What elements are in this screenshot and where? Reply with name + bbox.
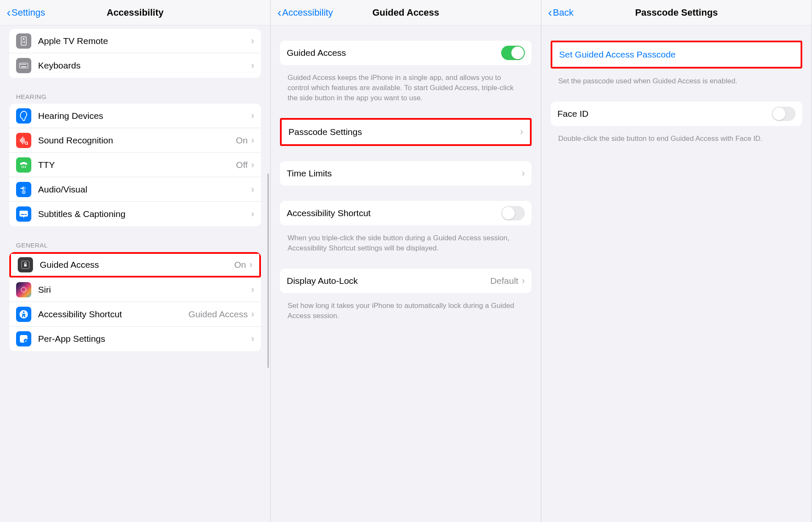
row-label: Siri: [38, 285, 251, 295]
group-general: Guided Access On › Siri › Accessibility …: [9, 252, 261, 351]
row-guided-access[interactable]: Guided Access On ›: [9, 252, 261, 277]
chevron-left-icon: ‹: [277, 7, 281, 19]
svg-rect-20: [23, 166, 24, 167]
row-label: Hearing Devices: [38, 111, 251, 121]
row-subtitles-captioning[interactable]: Subtitles & Captioning ›: [9, 202, 261, 226]
subtitles-icon: [16, 206, 31, 222]
chevron-right-icon: ›: [250, 259, 252, 270]
chevron-right-icon: ›: [522, 168, 525, 179]
row-label: TTY: [38, 160, 236, 170]
svg-rect-24: [25, 167, 26, 168]
row-keyboards[interactable]: Keyboards ›: [9, 53, 261, 78]
chevron-right-icon: ›: [522, 275, 525, 286]
chevron-right-icon: ›: [251, 309, 254, 320]
row-set-guided-access-passcode[interactable]: Set Guided Access Passcode: [552, 42, 801, 67]
row-siri[interactable]: Siri ›: [9, 277, 261, 302]
group-faceid: Face ID: [551, 102, 802, 126]
chevron-right-icon: ›: [251, 284, 254, 295]
row-accessibility-shortcut[interactable]: Accessibility Shortcut Guided Access ›: [9, 302, 261, 327]
section-header-general: GENERAL: [9, 230, 261, 252]
row-label: Per-App Settings: [38, 334, 251, 344]
back-button-accessibility[interactable]: ‹ Accessibility: [277, 7, 333, 19]
page-title: Accessibility: [107, 7, 164, 18]
row-audio-visual[interactable]: Audio/Visual ›: [9, 177, 261, 202]
toggle-knob: [502, 207, 515, 220]
row-hearing-devices[interactable]: Hearing Devices ›: [9, 104, 261, 128]
svg-rect-13: [20, 139, 21, 142]
content: Set Guided Access Passcode Set the passc…: [541, 41, 812, 144]
row-label: Display Auto-Lock: [287, 276, 490, 286]
row-accessibility-shortcut-toggle[interactable]: Accessibility Shortcut: [280, 201, 532, 225]
row-value: Guided Access: [189, 309, 248, 319]
svg-rect-11: [25, 64, 26, 65]
scrollbar[interactable]: [267, 30, 270, 368]
row-apple-tv-remote[interactable]: Apple TV Remote ›: [9, 29, 261, 53]
svg-rect-10: [24, 64, 25, 65]
svg-rect-6: [19, 63, 28, 68]
group-accessibility-shortcut: Accessibility Shortcut: [280, 201, 532, 225]
row-tty[interactable]: TTY Off ›: [9, 153, 261, 177]
per-app-settings-icon: [16, 331, 31, 346]
group-display-autolock: Display Auto-Lock Default ›: [280, 269, 532, 293]
scrollbar-thumb[interactable]: [267, 173, 269, 368]
back-button-settings[interactable]: ‹ Settings: [7, 7, 45, 19]
accessibility-panel: ‹ Settings Accessibility Apple TV Remote…: [0, 0, 271, 522]
chevron-right-icon: ›: [251, 110, 254, 121]
content: Guided Access Guided Access keeps the iP…: [271, 41, 541, 321]
row-label: Audio/Visual: [38, 184, 251, 195]
row-label: Guided Access: [287, 48, 501, 58]
guided-access-panel: ‹ Accessibility Guided Access Guided Acc…: [271, 0, 541, 522]
row-faceid-toggle[interactable]: Face ID: [551, 102, 802, 126]
chevron-right-icon: ›: [251, 36, 254, 47]
footer-guided-access: Guided Access keeps the iPhone in a sing…: [280, 69, 532, 103]
group-hearing: Hearing Devices › Sound Recognition On ›…: [9, 104, 261, 226]
back-label: Back: [553, 7, 573, 18]
row-label: Time Limits: [287, 168, 522, 179]
toggle-knob: [773, 107, 785, 120]
back-button[interactable]: ‹ Back: [548, 7, 573, 19]
row-sound-recognition[interactable]: Sound Recognition On ›: [9, 128, 261, 153]
svg-rect-22: [22, 167, 22, 168]
row-label: Face ID: [557, 109, 772, 119]
toggle-faceid[interactable]: [772, 107, 796, 121]
chevron-right-icon: ›: [520, 126, 523, 137]
chevron-right-icon: ›: [251, 159, 254, 170]
accessibility-shortcut-icon: [16, 307, 31, 322]
svg-point-1: [23, 38, 25, 40]
svg-rect-9: [23, 64, 24, 65]
guided-access-icon: [18, 257, 33, 272]
svg-rect-3: [24, 41, 25, 42]
chevron-right-icon: ›: [251, 60, 254, 71]
siri-icon: [16, 282, 31, 297]
row-display-autolock[interactable]: Display Auto-Lock Default ›: [280, 269, 532, 293]
row-guided-access-toggle[interactable]: Guided Access: [280, 41, 532, 65]
footer-display-autolock: Set how long it takes your iPhone to aut…: [280, 297, 532, 321]
row-label: Subtitles & Captioning: [38, 209, 251, 219]
row-label: Sound Recognition: [38, 135, 236, 146]
ear-icon: [16, 108, 31, 124]
footer-faceid: Double-click the side button to end Guid…: [551, 129, 802, 144]
header: ‹ Settings Accessibility: [0, 0, 270, 25]
group-set-passcode: Set Guided Access Passcode: [551, 41, 802, 69]
svg-rect-14: [21, 138, 22, 143]
row-time-limits[interactable]: Time Limits ›: [280, 161, 532, 186]
svg-rect-8: [22, 64, 22, 65]
svg-point-32: [20, 286, 27, 294]
row-passcode-settings[interactable]: Passcode Settings ›: [282, 120, 530, 144]
toggle-guided-access[interactable]: [501, 46, 525, 60]
svg-point-26: [23, 191, 25, 192]
svg-rect-15: [22, 137, 23, 144]
toggle-knob: [511, 47, 524, 59]
svg-rect-16: [24, 138, 25, 143]
footer-set-passcode: Set the passcode used when Guided Access…: [551, 72, 802, 86]
sound-recognition-icon: [16, 133, 31, 148]
row-per-app-settings[interactable]: Per-App Settings ›: [9, 327, 261, 351]
passcode-settings-panel: ‹ Back Passcode Settings Set Guided Acce…: [541, 0, 812, 522]
header: ‹ Accessibility Guided Access: [271, 0, 541, 25]
audio-visual-icon: [16, 182, 31, 197]
back-label: Accessibility: [282, 7, 333, 18]
svg-line-18: [27, 144, 28, 145]
toggle-accessibility-shortcut[interactable]: [501, 206, 525, 220]
apple-tv-remote-icon: [16, 33, 31, 49]
chevron-right-icon: ›: [251, 135, 254, 146]
